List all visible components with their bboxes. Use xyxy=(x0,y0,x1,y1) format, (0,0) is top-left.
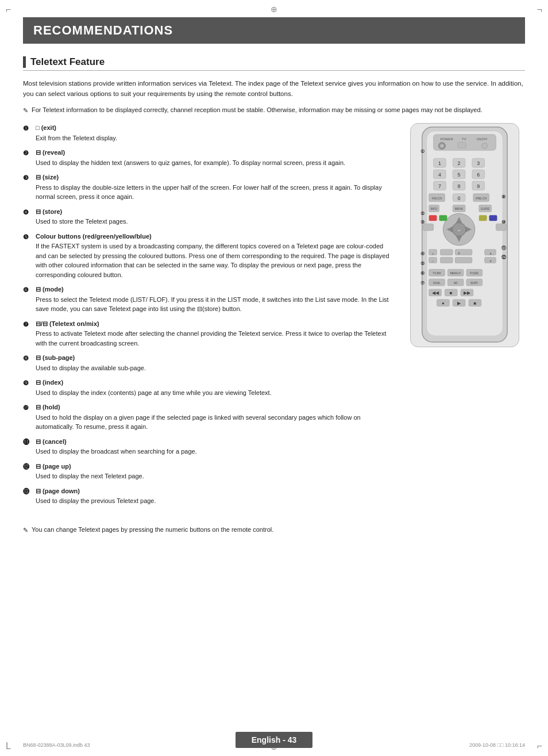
svg-text:③: ③ xyxy=(420,220,424,225)
svg-text:DUAL: DUAL xyxy=(433,282,441,285)
svg-text:MENU: MENU xyxy=(455,208,464,211)
feat-content-9: ⊟ (index) Used to display the index (con… xyxy=(36,378,393,397)
svg-text:8: 8 xyxy=(458,183,461,189)
feat-title-7: ⊟/⊟ (Teletext on/mix) xyxy=(36,320,99,327)
svg-text:⑤: ⑤ xyxy=(420,262,424,267)
svg-rect-48 xyxy=(439,215,447,221)
content-columns: ❶ □ (exit) Exit from the Teletext displa… xyxy=(23,123,525,511)
note-icon-2: ✎ xyxy=(23,525,28,535)
feat-num-3: ❸ xyxy=(23,173,36,183)
right-features-wrapper: ❻ ⊟ (mode) Press to select the Teletext … xyxy=(23,285,393,506)
feature-item-3: ❸ ⊟ (size) Press to display the double-s… xyxy=(23,172,393,202)
feat-title-11: ⊟ (cancel) xyxy=(36,438,67,445)
feat-desc-13: Used to display the previous Teletext pa… xyxy=(36,496,393,506)
svg-rect-51 xyxy=(423,224,434,231)
feat-title-10: ⊟ (hold) xyxy=(36,404,60,410)
feat-num-11: ⓫ xyxy=(23,438,36,447)
svg-text:∨: ∨ xyxy=(489,260,492,263)
feat-title-3: ⊟ (size) xyxy=(36,174,59,181)
feature-item-11: ⓫ ⊟ (cancel) Used to display the broadca… xyxy=(23,437,393,456)
feat-content-8: ⊟ (sub-page) Used to display the availab… xyxy=(36,353,393,373)
svg-text:↵: ↵ xyxy=(458,229,461,232)
svg-text:GUIDE: GUIDE xyxy=(481,208,490,211)
feat-desc-4: Used to store the Teletext pages. xyxy=(36,217,393,227)
feat-desc-10: Used to hold the display on a given page… xyxy=(36,413,393,432)
right-column: POWER TV ON/OFF 1 xyxy=(404,123,525,511)
feat-num-12: ⓬ xyxy=(23,462,36,472)
feat-desc-8: Used to display the available sub-page. xyxy=(36,363,393,373)
svg-text:9: 9 xyxy=(477,183,480,189)
feat-num-8: ❽ xyxy=(23,354,36,363)
page-title: RECOMMENDATIONS xyxy=(33,23,515,38)
svg-text:P.SIZE: P.SIZE xyxy=(470,272,479,275)
svg-point-9 xyxy=(482,143,488,149)
svg-rect-47 xyxy=(429,215,437,221)
feat-desc-9: Used to display the index (contents) pag… xyxy=(36,388,393,398)
svg-text:⑫: ⑫ xyxy=(501,255,507,260)
feature-list-right: ❻ ⊟ (mode) Press to select the Teletext … xyxy=(23,285,393,506)
svg-text:+: + xyxy=(432,252,434,255)
svg-text:⑧: ⑧ xyxy=(501,194,505,199)
svg-point-7 xyxy=(440,144,443,148)
svg-text:POWER: POWER xyxy=(440,137,453,141)
svg-text:⑪: ⑪ xyxy=(501,245,507,251)
svg-text:⑩: ⑩ xyxy=(501,220,505,225)
feat-num-6: ❻ xyxy=(23,285,36,295)
svg-text:▶▶: ▶▶ xyxy=(464,290,471,296)
svg-text:TV: TV xyxy=(462,137,466,141)
feat-num-4: ❹ xyxy=(23,208,36,217)
footer-badge: English - 43 xyxy=(236,732,313,748)
feat-title-12: ⊟ (page up) xyxy=(36,463,71,470)
feat-num-2: ❷ xyxy=(23,148,36,158)
feat-num-9: ❾ xyxy=(23,378,36,388)
footer-file-left: BN68-02388A-03L09.indb 43 xyxy=(23,742,90,748)
svg-text:①: ① xyxy=(420,149,424,154)
note-box-1: ✎ For Teletext information to be display… xyxy=(23,105,525,116)
svg-text:6: 6 xyxy=(477,172,480,178)
svg-text:■: ■ xyxy=(473,301,476,306)
svg-rect-61 xyxy=(440,250,453,255)
section-title-row: Teletext Feature xyxy=(23,56,525,71)
page-header: RECOMMENDATIONS xyxy=(23,17,525,44)
svg-text:0: 0 xyxy=(458,195,461,201)
feat-content-1: □ (exit) Exit from the Teletext display. xyxy=(36,123,393,143)
feat-title-2: ⊟ (reveal) xyxy=(36,149,65,156)
feat-num-5: ❺ xyxy=(23,232,36,242)
feature-item-10: ❿ ⊟ (hold) Used to hold the display on a… xyxy=(23,402,393,432)
feat-content-7: ⊟/⊟ (Teletext on/mix) Press to activate … xyxy=(36,319,393,348)
svg-text:AD: AD xyxy=(454,282,458,285)
feat-content-13: ⊟ (page down) Used to display the previo… xyxy=(36,486,393,506)
svg-text:−: − xyxy=(432,260,434,263)
feature-item-13: ⓭ ⊟ (page down) Used to display the prev… xyxy=(23,486,393,506)
svg-rect-64 xyxy=(455,258,472,263)
feat-desc-1: Exit from the Teletext display. xyxy=(36,133,393,143)
svg-rect-49 xyxy=(479,215,487,221)
section-title-bar xyxy=(23,56,26,68)
feat-desc-6: Press to select the Teletext mode (LIST/… xyxy=(36,295,393,314)
feature-item-4: ❹ ⊟ (store) Used to store the Teletext p… xyxy=(23,207,393,227)
feat-desc-5: If the FASTEXT system is used by a broad… xyxy=(36,241,393,279)
feature-item-7: ❼ ⊟/⊟ (Teletext on/mix) Press to activat… xyxy=(23,319,393,348)
svg-text:●: ● xyxy=(442,301,445,306)
corner-tl: ⌐ xyxy=(6,5,11,15)
svg-text:◀◀: ◀◀ xyxy=(432,290,439,296)
svg-text:3: 3 xyxy=(477,160,480,166)
corner-tr: ¬ xyxy=(537,5,542,15)
feature-item-6: ❻ ⊟ (mode) Press to select the Teletext … xyxy=(23,285,393,314)
center-top-mark: ⊕ xyxy=(271,5,277,14)
svg-text:MENU.F: MENU.F xyxy=(450,272,461,275)
feat-desc-12: Used to display the next Teletext page. xyxy=(36,471,393,481)
feat-content-12: ⊟ (page up) Used to display the next Tel… xyxy=(36,462,393,481)
left-column: ❶ □ (exit) Exit from the Teletext displa… xyxy=(23,123,393,511)
svg-text:7: 7 xyxy=(438,183,441,189)
svg-text:∧: ∧ xyxy=(489,252,492,255)
feat-title-8: ⊟ (sub-page) xyxy=(36,354,75,361)
feat-content-11: ⊟ (cancel) Used to display the broadcast… xyxy=(36,437,393,456)
feat-content-2: ⊟ (reveal) Used to display the hidden te… xyxy=(36,148,393,167)
feat-desc-3: Press to display the double-size letters… xyxy=(36,183,393,202)
feat-content-10: ⊟ (hold) Used to hold the display on a g… xyxy=(36,402,393,432)
feature-item-1: ❶ □ (exit) Exit from the Teletext displa… xyxy=(23,123,393,143)
feature-item-9: ❾ ⊟ (index) Used to display the index (c… xyxy=(23,378,393,397)
footer-file-right: 2009-10-08 □□ 10:16:14 xyxy=(469,742,525,748)
note-icon-1: ✎ xyxy=(23,106,28,116)
